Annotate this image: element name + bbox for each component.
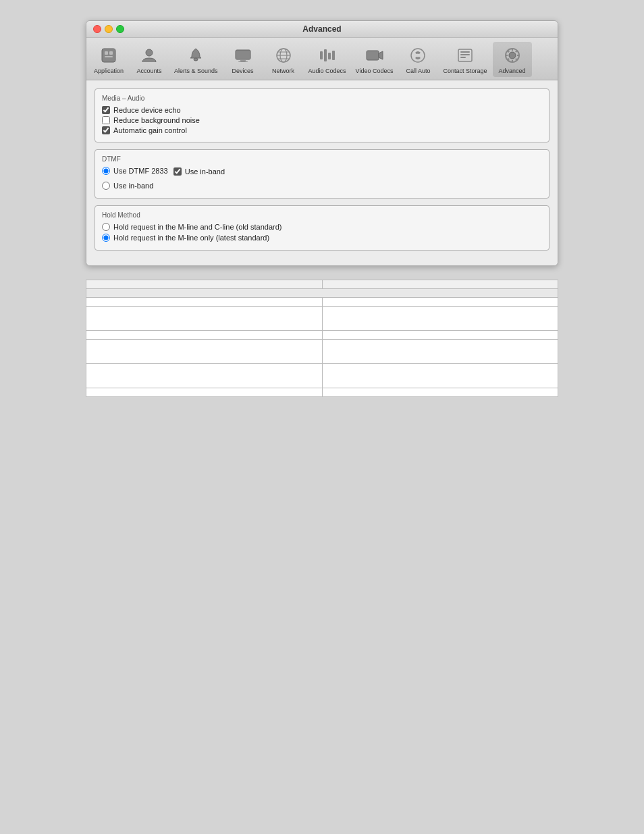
table-header-col-a <box>86 280 323 289</box>
checkbox-reduce-noise-input[interactable] <box>102 116 110 124</box>
radio-dtmf-2833-text: Use DTMF 2833 <box>113 167 168 175</box>
page-wrapper: Advanced Application <box>0 0 644 417</box>
tab-contact-storage[interactable]: Contact Storage <box>439 42 491 77</box>
zoom-button[interactable] <box>116 25 124 33</box>
svg-rect-2 <box>109 51 113 55</box>
svg-rect-14 <box>320 51 323 59</box>
table-cell-1a <box>86 298 323 307</box>
checkbox-reduce-noise: Reduce background noise <box>102 116 542 124</box>
table-row <box>86 388 558 397</box>
table-section-header <box>86 289 558 298</box>
call-auto-icon <box>407 45 429 66</box>
svg-rect-24 <box>460 57 466 58</box>
tab-audio-codecs[interactable]: Audio Codecs <box>304 42 350 77</box>
svg-rect-7 <box>240 59 246 61</box>
toolbar: Application Accounts A <box>86 38 558 80</box>
radio-dtmf-2833-input[interactable] <box>102 167 110 175</box>
table-header-col-b <box>322 280 558 289</box>
radio-hold-m-only-text: Hold request in the M-line only (latest … <box>113 234 269 242</box>
checkbox-auto-gain-text: Automatic gain control <box>113 126 187 134</box>
tab-alerts-sounds-label: Alerts & Sounds <box>174 68 218 74</box>
tab-accounts[interactable]: Accounts <box>130 42 169 77</box>
radio-hold-m-c-text: Hold request in the M-line and C-line (o… <box>113 223 281 231</box>
svg-point-20 <box>411 49 425 62</box>
checkbox-reduce-echo-input[interactable] <box>102 106 110 114</box>
application-icon <box>98 45 119 66</box>
data-table <box>86 280 558 397</box>
table-section-header-cell <box>86 289 558 298</box>
table-cell-5b <box>322 364 558 388</box>
tab-advanced-label: Advanced <box>499 68 526 74</box>
table-cell-3a <box>86 331 323 340</box>
svg-point-5 <box>194 58 198 61</box>
advanced-window: Advanced Application <box>86 20 558 266</box>
svg-line-31 <box>508 51 509 52</box>
svg-point-25 <box>509 52 516 59</box>
tab-video-codecs[interactable]: Video Codecs <box>352 42 398 77</box>
advanced-icon <box>502 45 523 66</box>
network-icon <box>273 45 294 66</box>
tab-accounts-label: Accounts <box>136 68 161 74</box>
video-codecs-icon <box>364 45 385 66</box>
media-audio-label: Media – Audio <box>102 95 542 102</box>
tab-devices-label: Devices <box>232 68 254 74</box>
checkbox-auto-gain: Automatic gain control <box>102 126 542 134</box>
alerts-icon <box>185 45 207 66</box>
tab-network[interactable]: Network <box>264 42 303 77</box>
minimize-button[interactable] <box>105 25 113 33</box>
tab-application-label: Application <box>94 68 124 74</box>
svg-marker-19 <box>379 51 383 59</box>
table-cell-6b <box>322 388 558 397</box>
table-row <box>86 340 558 364</box>
dtmf-top-row: Use DTMF 2833 Use in-band <box>102 167 542 178</box>
table-row <box>86 307 558 331</box>
window-content: Media – Audio Reduce device echo Reduce … <box>86 80 558 265</box>
table-cell-6a <box>86 388 323 397</box>
checkbox-auto-gain-input[interactable] <box>102 126 110 134</box>
hold-method-section: Hold Method Hold request in the M-line a… <box>95 205 549 251</box>
table-cell-3b <box>322 331 558 340</box>
svg-rect-17 <box>332 51 335 60</box>
tab-alerts-sounds[interactable]: Alerts & Sounds <box>170 42 222 77</box>
window-title: Advanced <box>302 24 341 34</box>
table-header-row <box>86 280 558 289</box>
svg-rect-23 <box>460 54 470 55</box>
audio-codecs-icon <box>317 45 338 66</box>
tab-video-codecs-label: Video Codecs <box>356 68 394 74</box>
svg-point-4 <box>146 49 153 56</box>
media-audio-section: Media – Audio Reduce device echo Reduce … <box>95 88 549 142</box>
radio-use-inband: Use in-band <box>102 182 542 190</box>
radio-hold-m-c-input[interactable] <box>102 223 110 231</box>
svg-rect-6 <box>236 50 250 59</box>
checkbox-reduce-echo: Reduce device echo <box>102 106 542 114</box>
traffic-lights <box>93 25 124 33</box>
table-cell-5a <box>86 364 323 388</box>
table-row <box>86 364 558 388</box>
tab-advanced[interactable]: Advanced <box>493 42 532 77</box>
radio-use-inband-input[interactable] <box>102 182 110 190</box>
close-button[interactable] <box>93 25 101 33</box>
dtmf-label: DTMF <box>102 155 542 163</box>
accounts-icon <box>138 45 160 66</box>
radio-dtmf-2833: Use DTMF 2833 <box>102 167 168 175</box>
table-row <box>86 331 558 340</box>
table-cell-2b <box>322 307 558 331</box>
checkbox-use-inband-inline-input[interactable] <box>173 167 182 176</box>
tab-network-label: Network <box>272 68 294 74</box>
svg-rect-22 <box>460 51 470 53</box>
tab-application[interactable]: Application <box>89 42 128 77</box>
svg-rect-8 <box>238 61 248 62</box>
svg-rect-3 <box>105 56 113 57</box>
tab-call-auto[interactable]: Call Auto <box>398 42 437 77</box>
tab-audio-codecs-label: Audio Codecs <box>308 68 346 74</box>
radio-hold-m-c: Hold request in the M-line and C-line (o… <box>102 223 542 231</box>
radio-hold-m-only-input[interactable] <box>102 234 110 242</box>
table-cell-4a <box>86 340 323 364</box>
checkbox-reduce-noise-text: Reduce background noise <box>113 116 200 124</box>
checkbox-reduce-echo-text: Reduce device echo <box>113 106 181 114</box>
svg-line-33 <box>515 51 516 52</box>
table-row <box>86 298 558 307</box>
table-cell-2a <box>86 307 323 331</box>
tab-devices[interactable]: Devices <box>223 42 263 77</box>
hold-method-label: Hold Method <box>102 211 542 219</box>
